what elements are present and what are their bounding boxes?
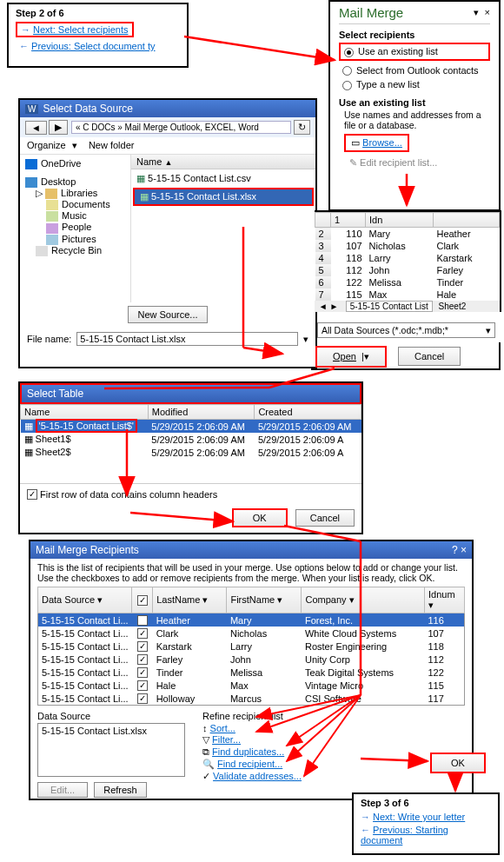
new-source-btn[interactable]: New Source... xyxy=(128,306,207,323)
tree-people[interactable]: People xyxy=(46,222,129,233)
toolbar: Organize ▾ New folder xyxy=(20,137,315,155)
radio-icon xyxy=(342,66,352,76)
opt-existing[interactable]: Use an existing list xyxy=(339,43,490,61)
step3-prev-link[interactable]: ← Previous: Starting document xyxy=(361,825,491,845)
dup-icon: ⧉ xyxy=(202,746,209,757)
newfolder-btn[interactable]: New folder xyxy=(89,140,135,150)
col-name[interactable]: Name xyxy=(21,405,149,420)
firstrow-checkbox[interactable]: ✓ xyxy=(27,489,37,500)
sheet-icon: ▦ xyxy=(24,447,33,457)
excel-icon: ▦ xyxy=(136,173,145,183)
refresh-icon[interactable]: ↻ xyxy=(294,120,310,135)
step2-title: Step 2 of 6 xyxy=(16,8,180,18)
col-name[interactable]: Name xyxy=(136,156,162,167)
step3-title: Step 3 of 6 xyxy=(361,798,491,808)
filter-link[interactable]: ▽ Filter... xyxy=(202,734,465,746)
tree-recycle[interactable]: Recycle Bin xyxy=(36,245,129,256)
ds-listbox[interactable]: 5-15-15 Contact List.xlsx xyxy=(37,723,185,777)
filename-dropdown[interactable]: ▾ xyxy=(303,334,308,345)
tree-libraries[interactable]: ▷ Libraries xyxy=(36,188,129,199)
recipients-dialog: Mail Merge Recipients ? × This is the li… xyxy=(29,540,474,800)
browse-icon: ▭ xyxy=(351,137,360,148)
filename-label: File name: xyxy=(27,334,71,344)
file-xlsx[interactable]: ▦ 5-15-15 Contact List.xlsx xyxy=(133,188,314,206)
arrow-right-icon: → xyxy=(21,24,30,35)
dialog-title-bar: W Select Data Source xyxy=(20,100,315,117)
arrow-left-icon: ← xyxy=(19,41,29,51)
tree-onedrive[interactable]: OneDrive xyxy=(25,158,129,169)
tree-desktop[interactable]: Desktop xyxy=(25,176,129,188)
dup-link[interactable]: ⧉ Find duplicates... xyxy=(202,746,465,758)
find-link[interactable]: 🔍 Find recipient... xyxy=(202,759,465,770)
refine-section-label: Refine recipient list xyxy=(202,711,465,721)
step3-next-link[interactable]: → Next: Write your letter xyxy=(361,812,491,822)
col-modified[interactable]: Modified xyxy=(148,405,255,420)
filter-icon: ▽ xyxy=(202,734,209,745)
close-icon[interactable]: ▾ × xyxy=(474,7,490,18)
excel-preview: 1Idn 2110MaryHeather 3107NicholasClark 4… xyxy=(315,210,501,312)
step2-prev-link[interactable]: ← Previous: Select document ty xyxy=(16,40,180,52)
table-row[interactable]: Sheet1$ xyxy=(36,434,71,444)
table-row[interactable]: Sheet2$ xyxy=(36,447,71,457)
file-csv[interactable]: ▦ 5-15-15 Contact List.csv xyxy=(131,169,315,188)
sort-icon: ↕ xyxy=(202,723,208,733)
arrow-left-icon: ← xyxy=(361,825,370,835)
find-icon: 🔍 xyxy=(202,759,215,769)
nav-fwd[interactable]: ▶ xyxy=(49,120,68,135)
opt-outlook[interactable]: Select from Outlook contacts xyxy=(339,63,490,78)
file-list: Name ▲ ▦ 5-15-15 Contact List.csv ▦ 5-15… xyxy=(131,155,315,302)
breadcrumb-bar: ◄ ▶ « C DOCs » Mail Merge Outlook, EXCEL… xyxy=(20,117,315,137)
sheet-icon: ▦ xyxy=(24,434,33,444)
svg-line-0 xyxy=(184,36,335,60)
close-icon[interactable]: × xyxy=(461,544,467,556)
recipients-ok-button[interactable]: OK xyxy=(430,753,486,773)
sort-link[interactable]: ↕ Sort... xyxy=(202,723,465,733)
radio-icon xyxy=(344,48,354,57)
select-recipients-label: Select recipients xyxy=(339,30,490,40)
breadcrumb-path[interactable]: « C DOCs » Mail Merge Outlook, EXCEL, Wo… xyxy=(71,121,291,134)
ok-button[interactable]: OK xyxy=(232,508,288,527)
checkall[interactable]: ✓ xyxy=(137,595,148,606)
edit-button[interactable]: Edit... xyxy=(37,782,88,798)
validate-link[interactable]: ✓ Validate addresses... xyxy=(202,771,465,782)
tree-pictures[interactable]: Pictures xyxy=(46,234,129,245)
nav-back[interactable]: ◄ xyxy=(25,121,47,135)
refresh-button[interactable]: Refresh xyxy=(94,782,147,798)
step2-next-link[interactable]: → Next: Select recipients xyxy=(16,22,134,37)
browse-link[interactable]: ▭ Browse... xyxy=(344,134,409,152)
firstrow-label: First row of data contains column header… xyxy=(40,489,217,500)
word-icon: W xyxy=(25,104,38,114)
use-existing-label: Use an existing list xyxy=(339,97,490,108)
edit-icon: ✎ xyxy=(349,157,357,168)
validate-icon: ✓ xyxy=(202,771,210,781)
excel-icon: ▦ xyxy=(140,191,149,202)
tree-documents[interactable]: Documents xyxy=(46,199,129,210)
edit-recipient-link[interactable]: ✎ Edit recipient list... xyxy=(344,156,490,170)
tree-music[interactable]: Music xyxy=(46,210,129,222)
filename-input[interactable] xyxy=(76,332,298,346)
select-table-title: Select Table xyxy=(20,383,361,404)
opt-new[interactable]: Type a new list xyxy=(339,77,490,92)
ds-section-label: Data Source xyxy=(37,711,185,721)
arrow-right-icon: → xyxy=(361,812,370,822)
select-table-dialog: Select Table NameModifiedCreated ▦ '5-15… xyxy=(18,381,363,534)
filter-combo[interactable]: All Data Sources (*.odc;*.mdb;*▾ xyxy=(317,322,495,344)
sheet-tab-2[interactable]: Sheet2 xyxy=(435,302,470,311)
recipients-title: Mail Merge Recipients ? × xyxy=(30,541,472,559)
select-data-source-dialog: W Select Data Source ◄ ▶ « C DOCs » Mail… xyxy=(18,98,317,368)
organize-menu[interactable]: Organize xyxy=(27,140,66,150)
help-icon[interactable]: ? xyxy=(452,544,458,556)
use-existing-help: Use names and addresses from a file or a… xyxy=(344,109,490,130)
nav-tree: OneDrive Desktop ▷ Libraries Documents M… xyxy=(20,155,131,302)
mailmerge-pane: Mail Merge ▾ × Select recipients Use an … xyxy=(328,0,501,211)
cancel-button[interactable]: Cancel xyxy=(295,509,355,527)
sheet-icon: ▦ xyxy=(24,421,33,431)
col-created[interactable]: Created xyxy=(255,405,361,420)
step2-panel: Step 2 of 6 → Next: Select recipients ← … xyxy=(7,3,189,68)
radio-icon xyxy=(342,81,352,90)
table-row[interactable]: '5-15-15 Contact List$' xyxy=(36,419,137,433)
mailmerge-title: Mail Merge xyxy=(339,5,403,20)
sheet-tab-1[interactable]: 5-15-15 Contact List xyxy=(346,301,433,312)
recipients-desc: This is the list of recipients that will… xyxy=(30,559,472,587)
step3-panel: Step 3 of 6 → Next: Write your letter ← … xyxy=(352,792,500,855)
